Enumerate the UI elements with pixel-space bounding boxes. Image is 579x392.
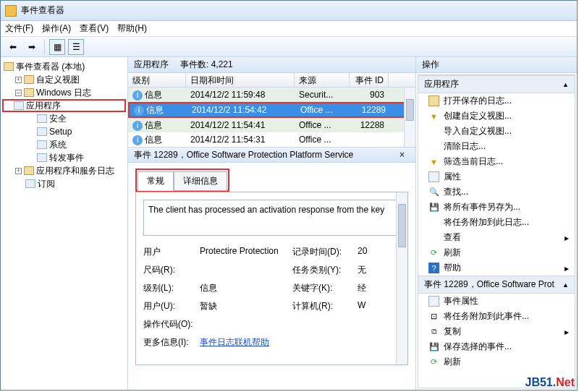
actions-section-app[interactable]: 应用程序▲ [418, 75, 575, 93]
actions-title: 操作 [416, 57, 577, 73]
main-header-count: 事件数: 4,221 [180, 59, 233, 71]
action-find[interactable]: 🔍查找... [418, 184, 575, 200]
folder-open-icon [428, 95, 439, 106]
tree-windows-logs[interactable]: –Windows 日志 [2, 86, 126, 99]
action-copy[interactable]: ⧉复制▸ [418, 324, 575, 339]
action-event-properties[interactable]: 事件属性 [418, 294, 575, 309]
action-save-all[interactable]: 💾将所有事件另存为... [418, 200, 575, 215]
chevron-right-icon: ▸ [565, 263, 569, 273]
expand-icon[interactable]: + [15, 168, 22, 174]
info-icon: i [132, 121, 143, 131]
watermark: JB51.Net [525, 376, 575, 389]
tree-custom-views[interactable]: +自定义视图 [2, 73, 126, 86]
col-source[interactable]: 来源 [295, 73, 350, 87]
separator [44, 40, 45, 54]
log-icon [37, 127, 47, 136]
tree-system[interactable]: 系统 [2, 138, 126, 151]
col-level[interactable]: 级别 [128, 73, 186, 87]
actions-section-event[interactable]: 事件 12289，Office Software Prot...▲ [418, 276, 575, 294]
grid-scrollbar[interactable] [404, 88, 415, 147]
grid-header: 级别 日期和时间 来源 事件 ID [128, 73, 415, 88]
folder-icon [24, 166, 34, 175]
action-attach-task-log[interactable]: 将任务附加到此日志... [418, 215, 575, 230]
copy-icon: ⧉ [428, 326, 439, 337]
expand-icon[interactable]: + [15, 77, 22, 83]
main-pane: 应用程序 事件数: 4,221 级别 日期和时间 来源 事件 ID i信息 20… [128, 57, 416, 390]
menu-view[interactable]: 查看(V) [80, 22, 109, 35]
close-icon[interactable]: × [400, 150, 410, 160]
task-icon: ⊡ [428, 311, 439, 322]
detail-scrollbar[interactable] [396, 192, 407, 365]
action-save-selected[interactable]: 💾保存选择的事件... [418, 339, 575, 354]
refresh-icon: ⟳ [428, 357, 439, 367]
menubar: 文件(F) 操作(A) 查看(V) 帮助(H) [1, 21, 577, 37]
nav-tree[interactable]: 事件查看器 (本地) +自定义视图 –Windows 日志 应用程序 安全 Se… [1, 57, 128, 390]
menu-file[interactable]: 文件(F) [5, 22, 33, 35]
properties-icon [428, 171, 439, 182]
table-row[interactable]: i信息 2014/12/2 11:59:48Securit...903 [128, 88, 415, 102]
action-refresh-2[interactable]: ⟳刷新 [418, 354, 575, 370]
log-icon [37, 140, 47, 149]
tree-forwarded[interactable]: 转发事件 [2, 151, 126, 164]
info-icon: i [134, 106, 144, 116]
toolbar-btn-2[interactable]: ☰ [68, 39, 84, 55]
tree-application[interactable]: 应用程序 [2, 99, 126, 112]
tree-apps-services[interactable]: +应用程序和服务日志 [2, 164, 126, 177]
properties-icon [428, 296, 439, 307]
action-refresh[interactable]: ⟳刷新 [418, 245, 575, 260]
action-import-view[interactable]: 导入自定义视图... [418, 124, 575, 139]
clear-icon [428, 141, 439, 152]
action-clear-log[interactable]: 清除日志... [418, 139, 575, 154]
col-eventid[interactable]: 事件 ID [350, 73, 389, 87]
table-row-selected[interactable]: i信息 2014/12/2 11:54:42Office ...12289 [128, 102, 415, 118]
info-icon: i [132, 90, 143, 101]
nav-back-button[interactable]: ⬅ [5, 39, 21, 55]
action-create-view[interactable]: ▼创建自定义视图... [418, 108, 575, 124]
toolbar-btn-1[interactable]: ▦ [49, 39, 65, 55]
tree-root[interactable]: 事件查看器 (本地) [2, 60, 126, 73]
event-properties-grid: 用户Protectire Protection 记录时间(D):20 尺码(R)… [143, 246, 400, 349]
menu-help[interactable]: 帮助(H) [117, 22, 147, 35]
detail-title: 事件 12289，Office Software Protection Plat… [134, 149, 353, 161]
filter-icon: ▼ [428, 111, 439, 122]
detail-body: The client has processed an activation r… [135, 192, 408, 365]
action-open-saved-log[interactable]: 打开保存的日志... [418, 93, 575, 108]
grid-body[interactable]: i信息 2014/12/2 11:59:48Securit...903 i信息 … [128, 88, 415, 147]
chevron-up-icon: ▲ [562, 81, 569, 88]
online-help-link[interactable]: 事件日志联机帮助 [200, 337, 269, 347]
main-header: 应用程序 事件数: 4,221 [128, 57, 415, 73]
action-help[interactable]: ?帮助▸ [418, 260, 575, 276]
table-row[interactable]: i信息 2014/12/2 11:54:41Office ...12288 [128, 118, 415, 132]
chevron-right-icon: ▸ [565, 233, 569, 243]
tab-general[interactable]: 常规 [138, 171, 174, 191]
tree-security[interactable]: 安全 [2, 112, 126, 125]
action-properties[interactable]: 属性 [418, 169, 575, 184]
folder-icon [24, 75, 34, 84]
titlebar[interactable]: 事件查看器 [1, 1, 577, 21]
table-row[interactable]: i信息 2014/12/2 11:54:31Office ... [128, 132, 415, 147]
actions-pane: 操作 应用程序▲ 打开保存的日志... ▼创建自定义视图... 导入自定义视图.… [416, 57, 577, 390]
refresh-icon: ⟳ [428, 247, 439, 258]
app-icon [5, 5, 17, 17]
nav-fwd-button[interactable]: ➡ [24, 39, 40, 55]
tree-subscriptions[interactable]: 订阅 [2, 177, 126, 190]
tree-setup[interactable]: Setup [2, 125, 126, 138]
filter-icon: ▼ [428, 156, 439, 167]
info-icon: i [132, 135, 143, 145]
window-title: 事件查看器 [21, 4, 64, 17]
help-icon: ? [428, 263, 439, 273]
tab-details[interactable]: 详细信息 [174, 171, 227, 191]
detail-header: 事件 12289，Office Software Protection Plat… [128, 147, 415, 163]
find-icon: 🔍 [428, 187, 439, 197]
menu-action[interactable]: 操作(A) [42, 22, 71, 35]
view-icon [428, 232, 439, 243]
detail-tabs: 常规 详细信息 [135, 169, 229, 192]
collapse-icon[interactable]: – [15, 90, 22, 96]
col-datetime[interactable]: 日期和时间 [186, 73, 295, 87]
main-header-app: 应用程序 [134, 59, 169, 71]
toolbar: ⬅ ➡ ▦ ☰ [1, 37, 577, 57]
action-view[interactable]: 查看▸ [418, 230, 575, 245]
log-icon [37, 114, 47, 123]
action-attach-task-event[interactable]: ⊡将任务附加到此事件... [418, 309, 575, 324]
action-filter-log[interactable]: ▼筛选当前日志... [418, 154, 575, 169]
